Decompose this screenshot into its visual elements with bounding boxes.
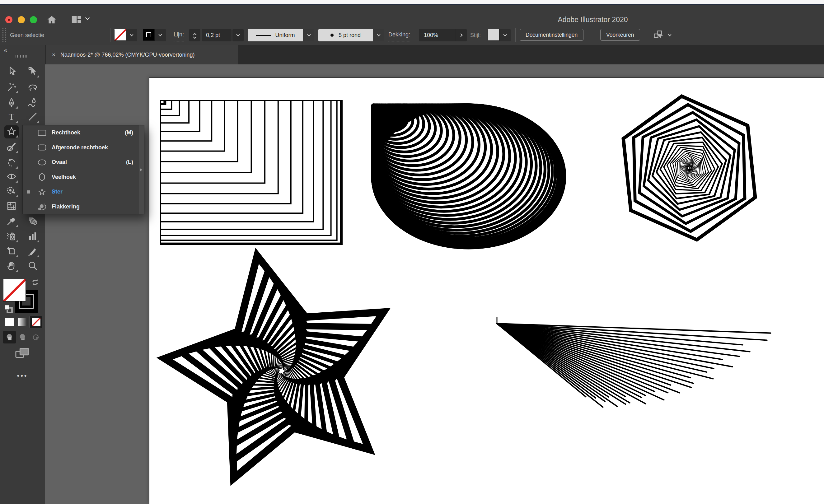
screen-mode-icon[interactable] [14, 346, 31, 360]
line-segment-tool[interactable] [25, 111, 40, 124]
selection-tool[interactable] [4, 65, 19, 78]
zoom-tool[interactable] [25, 260, 40, 273]
title-bar: Adobe Illustrator 2020 [0, 5, 824, 25]
eyedropper-tool[interactable] [4, 215, 19, 228]
curvature-icon [27, 97, 38, 109]
artboard-tool[interactable] [4, 245, 19, 258]
edit-toolbar-button[interactable]: ••• [17, 372, 28, 380]
flyout-item-flakkering[interactable]: Flakkering [23, 199, 139, 214]
tab-close-icon[interactable]: × [52, 51, 56, 58]
draw-normal-icon[interactable] [3, 331, 16, 343]
svg-text:T: T [9, 111, 14, 122]
document-tab[interactable]: × Naamloos-2* @ 766,02% (CMYK/GPU-voorve… [46, 45, 238, 65]
style-dropdown[interactable] [488, 29, 511, 41]
pen-tool[interactable] [4, 96, 19, 109]
align-chevron-icon[interactable] [668, 29, 671, 41]
stroke-weight-value[interactable]: 0,2 pt [202, 29, 231, 41]
opacity-field[interactable]: 100% [419, 29, 467, 41]
stroke-black-swatch[interactable] [143, 29, 154, 41]
selection-status: Geen selectie [10, 29, 44, 41]
minimize-window-button[interactable] [18, 16, 25, 23]
slice-icon [27, 245, 38, 258]
type-tool[interactable]: T [4, 111, 19, 124]
brush-chevron-icon[interactable] [373, 29, 384, 41]
width-profile-dropdown[interactable]: Uniform [248, 29, 314, 41]
preferences-button[interactable]: Voorkeuren [600, 29, 640, 41]
type-icon: T [6, 111, 17, 123]
color-button[interactable] [3, 316, 16, 328]
flyout-item-rechthoek[interactable]: Rechthoek(M) [23, 125, 139, 140]
mesh-icon [6, 200, 17, 213]
symbol-sprayer-tool[interactable] [4, 230, 19, 243]
eyedropper-icon [6, 215, 17, 228]
rounded-rectangle-icon [37, 143, 47, 152]
opacity-value[interactable]: 100% [419, 32, 455, 38]
curvature-tool[interactable] [25, 96, 40, 109]
drawing-mode-buttons [3, 331, 42, 343]
star-tool[interactable] [4, 125, 19, 138]
zoom-window-button[interactable] [30, 16, 37, 23]
document-settings-button[interactable]: Documentinstellingen [520, 29, 584, 41]
stroke-color-dropdown[interactable] [143, 29, 166, 41]
close-window-button[interactable] [5, 16, 12, 23]
titlebar-divider [66, 13, 66, 26]
lasso-tool[interactable] [25, 81, 40, 94]
brush-dropdown[interactable]: 5 pt rond [318, 29, 384, 41]
rotate-tool[interactable] [4, 157, 19, 170]
draw-inside-icon[interactable] [29, 331, 42, 343]
blend-icon [27, 215, 38, 228]
shape-tools-flyout: Rechthoek(M)Afgeronde rechthoekOvaal(L)V… [22, 125, 144, 214]
flyout-item-shortcut: (L) [126, 159, 133, 166]
fill-chevron-icon[interactable] [126, 29, 137, 41]
direct-selection-tool[interactable] [25, 65, 40, 78]
stroke-chevron-icon[interactable] [154, 29, 166, 41]
style-chevron-icon[interactable] [499, 29, 511, 41]
fill-color-dropdown[interactable] [114, 29, 137, 41]
brush-value[interactable]: 5 pt rond [318, 29, 373, 41]
align-to-selection-icon[interactable] [652, 29, 665, 41]
width-profile-chevron-icon[interactable] [303, 29, 314, 41]
mesh-tool[interactable] [4, 200, 19, 213]
width-tool[interactable] [4, 171, 19, 184]
default-fill-stroke-icon[interactable] [4, 304, 13, 314]
workspace-chevron-icon[interactable] [86, 17, 89, 19]
flyout-tearoff-strip[interactable] [139, 125, 144, 214]
flyout-item-shortcut: (M) [125, 129, 133, 136]
workspace-switcher-icon[interactable] [70, 14, 82, 25]
draw-behind-icon[interactable] [16, 331, 29, 343]
column-graph-tool[interactable] [25, 230, 40, 243]
flyout-item-afgeronde-rechthoek[interactable]: Afgeronde rechthoek [23, 140, 139, 155]
gradient-button[interactable] [16, 316, 29, 328]
line-segment-icon [27, 111, 38, 123]
opacity-chevron-icon[interactable] [455, 29, 467, 41]
shaper-tool[interactable] [4, 141, 19, 154]
none-button[interactable] [29, 316, 42, 328]
fill-proxy-swatch[interactable] [3, 279, 26, 301]
flyout-item-veelhoek[interactable]: Veelhoek [23, 170, 139, 185]
collapse-panel-button[interactable]: « [4, 46, 8, 54]
opacity-label[interactable]: Dekking: [388, 29, 410, 41]
puppet-warp-tool[interactable] [4, 185, 19, 198]
home-icon[interactable] [46, 14, 57, 25]
blend-tool[interactable] [25, 215, 40, 228]
panel-drag-handle[interactable] [2, 28, 6, 42]
magic-wand-tool[interactable] [4, 81, 19, 94]
hand-tool[interactable] [4, 260, 19, 273]
width-profile-value[interactable]: Uniform [248, 29, 303, 41]
tools-drag-handle[interactable] [16, 55, 28, 58]
star-icon [37, 188, 47, 196]
flyout-item-ovaal[interactable]: Ovaal(L) [23, 155, 139, 170]
pen-icon [6, 97, 17, 109]
tearoff-arrow-icon [140, 168, 142, 172]
slice-tool[interactable] [25, 245, 40, 258]
fill-none-swatch[interactable] [114, 29, 126, 41]
direct-selection-icon [27, 66, 38, 78]
stroke-weight-stepper[interactable] [189, 29, 200, 41]
artboard[interactable] [149, 78, 824, 504]
stroke-weight-chevron-icon[interactable] [232, 29, 244, 41]
flyout-item-label: Ovaal [51, 159, 67, 166]
swap-fill-stroke-icon[interactable] [30, 278, 40, 287]
stroke-weight-label[interactable]: Lijn: [174, 29, 184, 41]
flyout-item-ster[interactable]: Ster [23, 185, 139, 199]
style-swatch[interactable] [488, 29, 499, 41]
